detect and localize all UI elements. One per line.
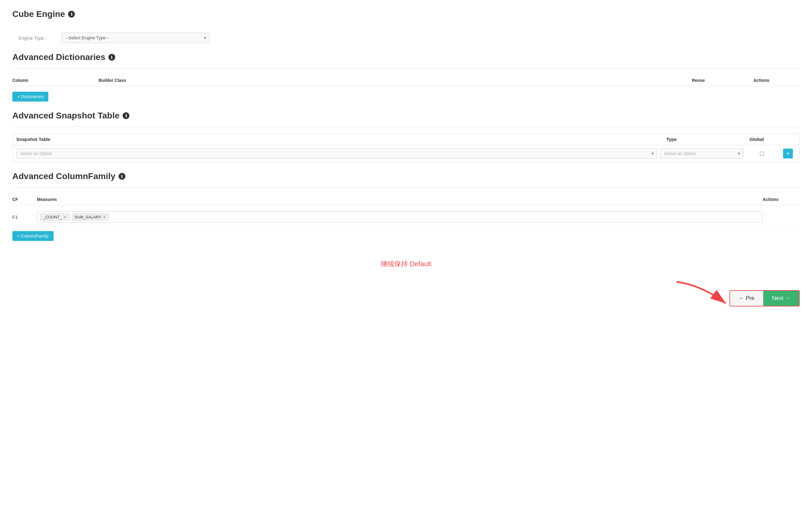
prev-button[interactable]: ← Pre (730, 291, 763, 306)
footer-area: 继续保持 Default ← Pre Next → (12, 259, 800, 306)
cf-table-header: CF Measures Actions (12, 194, 800, 205)
advanced-snapshot-title: Advanced Snapshot Table ℹ (12, 111, 800, 121)
note-container: 继续保持 Default (12, 259, 800, 272)
add-dictionaries-button[interactable]: + Dictionaries (12, 92, 48, 102)
snapshot-add-row-button[interactable]: + (783, 149, 793, 159)
add-column-family-button[interactable]: + ColumnFamily (12, 231, 54, 241)
snapshot-divider (12, 127, 800, 127)
advanced-cf-info-icon[interactable]: ℹ (119, 173, 125, 180)
snapshot-global-checkbox[interactable] (760, 152, 764, 156)
engine-type-label: Engine Type : (18, 35, 56, 41)
cf-tag-sum-salary-close[interactable]: ✕ (103, 215, 106, 220)
dictionaries-table-header: Column Builder Class Reuse Actions (12, 75, 800, 86)
chinese-note: 继续保持 Default (381, 259, 431, 269)
advanced-snapshot-info-icon[interactable]: ℹ (122, 112, 129, 119)
snapshot-col-global: Global (750, 137, 780, 142)
engine-type-select[interactable]: --Select Engine Type-- (62, 33, 209, 43)
advanced-dictionaries-section: Advanced Dictionaries ℹ Column Builder C… (12, 52, 800, 102)
dict-col-reuse: Reuse (692, 78, 753, 83)
cf-divider (12, 187, 800, 188)
dictionaries-divider (12, 68, 800, 69)
page-title-info-icon[interactable]: ℹ (68, 11, 75, 17)
page-title-text: Cube Engine (12, 9, 65, 19)
cf-name: F1 (12, 214, 37, 220)
snapshot-global-checkbox-cell (746, 152, 777, 156)
engine-type-select-wrapper: --Select Engine Type-- (62, 33, 209, 43)
cf-col-actions: Actions (763, 197, 800, 202)
arrow-area: ← Pre Next → (12, 290, 800, 306)
dict-col-actions: Actions (753, 78, 800, 83)
cf-tag-sum-salary: SUM_SALARY ✕ (72, 213, 109, 221)
snapshot-col-type: Type (666, 137, 750, 142)
snapshot-table-container: Snapshot Table Type Global Select an Opt… (12, 133, 800, 162)
red-arrow-icon (670, 279, 732, 310)
cf-col-cf: CF (12, 197, 37, 202)
cf-col-measures: Measures (37, 197, 763, 202)
snapshot-col-table: Snapshot Table (16, 137, 666, 142)
snapshot-table-header-row: Snapshot Table Type Global (13, 134, 799, 145)
advanced-dictionaries-title: Advanced Dictionaries ℹ (12, 52, 800, 62)
engine-type-row: Engine Type : --Select Engine Type-- (12, 33, 800, 43)
snapshot-add-row-cell: + (780, 149, 796, 159)
snapshot-table-select[interactable]: Select an Option (16, 148, 657, 159)
cf-tag-count: _COUNT_ ✕ (40, 213, 69, 221)
dict-col-builder: Builder Class (99, 78, 692, 83)
nav-buttons: ← Pre Next → (729, 290, 800, 306)
advanced-cf-section: Advanced ColumnFamily ℹ CF Measures Acti… (12, 171, 800, 241)
advanced-cf-title: Advanced ColumnFamily ℹ (12, 171, 800, 181)
cf-row: F1 _COUNT_ ✕ SUM_SALARY ✕ (12, 208, 800, 226)
dict-col-column: Column (12, 78, 99, 83)
snapshot-type-select-wrapper: Select an Option (660, 148, 743, 159)
cf-tag-count-close[interactable]: ✕ (63, 215, 67, 220)
advanced-snapshot-section: Advanced Snapshot Table ℹ Snapshot Table… (12, 111, 800, 162)
cf-measures-box: _COUNT_ ✕ SUM_SALARY ✕ (37, 211, 763, 223)
snapshot-table-data-row: Select an Option Select an Option + (13, 145, 799, 162)
page-title: Cube Engine ℹ (12, 9, 75, 19)
advanced-dictionaries-info-icon[interactable]: ℹ (108, 54, 115, 61)
snapshot-table-select-wrapper: Select an Option (16, 148, 657, 159)
snapshot-type-select[interactable]: Select an Option (660, 148, 743, 159)
next-button[interactable]: Next → (763, 291, 799, 306)
